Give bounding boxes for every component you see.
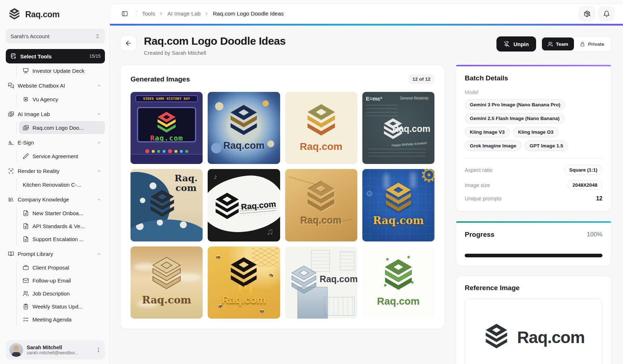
breadcrumb-current: Raq.com Logo Doodle Ideas xyxy=(213,10,283,17)
sidebar-item-vu-agency[interactable]: Vu Agency xyxy=(19,93,105,106)
topbar: Tools AI Image Lab Raq.com Logo Doodle I… xyxy=(110,4,623,24)
nav-sublist: Kitchen Renovation C-... xyxy=(16,178,105,191)
generated-image-great-wave[interactable]: Raq.com xyxy=(131,169,203,241)
topbar-divider xyxy=(136,10,136,17)
user-profile[interactable]: Sarah Mitchell sarah.mitchell@westbur... xyxy=(6,340,105,360)
brand[interactable]: Raq.com xyxy=(6,8,105,21)
logo-caption: Raq.com xyxy=(208,294,280,306)
nav-sublist: New Starter Onboa... API Standards & Ve.… xyxy=(16,207,105,245)
generated-image-music[interactable]: ♪ ♫ Raq.com ♫ xyxy=(208,169,280,241)
nav-label: Support Escalation ... xyxy=(32,236,84,242)
generated-image-topiary[interactable]: Raq.com xyxy=(362,247,434,319)
breadcrumb-tools[interactable]: Tools xyxy=(142,10,155,17)
sidebar-item-weekly-status-update[interactable]: Weekly Status Upd... xyxy=(19,300,105,313)
sidebar-item-raq-logo-doodle[interactable]: Raq.com Logo Doo... xyxy=(19,121,105,134)
sidebar: Raq.com Sarah's Account Select Tools 15/… xyxy=(0,0,110,364)
generated-image-chalkboard[interactable]: E=mc² General Relativity: Happy Birthday… xyxy=(362,92,434,164)
aspect-ratio-value: Square (1:1) xyxy=(564,165,602,175)
sidebar-item-company-knowledge[interactable]: Company Knowledge xyxy=(6,193,105,206)
model-tag[interactable]: Kling Image V3 xyxy=(465,127,510,137)
team-label: Team xyxy=(556,41,568,47)
nav-label: Vu Agency xyxy=(32,96,58,102)
generated-image-wooden[interactable]: Raq.com xyxy=(131,247,203,319)
visibility-team-option[interactable]: Team xyxy=(542,37,574,50)
account-switcher[interactable]: Sarah's Account xyxy=(6,29,105,43)
generated-image-arcade[interactable]: VIDEO GAME HISTORY DAY Raq.com xyxy=(131,92,203,164)
frame-icon xyxy=(23,96,29,102)
gear-icon: ⚙ xyxy=(420,169,434,187)
database-zap-icon xyxy=(10,53,17,59)
package-search-button[interactable] xyxy=(579,6,595,21)
logo-caption: Raq.com xyxy=(172,173,200,193)
model-tag[interactable]: Gemini 3 Pro Image (Nano Banana Pro) xyxy=(465,99,565,110)
sidebar-item-service-agreement[interactable]: Service Agreement xyxy=(19,150,105,163)
header-actions: Unpin Team Private xyxy=(496,36,611,52)
raq-stack-logo xyxy=(149,257,185,293)
mail-icon xyxy=(23,278,29,284)
bee-icon xyxy=(216,256,220,259)
sidebar-item-website-chatbox-ai[interactable]: Website Chatbox AI xyxy=(6,79,105,92)
user-name: Sarah Mitchell xyxy=(27,345,78,350)
signature-icon xyxy=(8,139,14,146)
nav-label: Investor Update Deck xyxy=(32,68,84,74)
sidebar-item-prompt-library[interactable]: Prompt Library xyxy=(6,247,105,260)
model-tag[interactable]: Grok Imagine Image xyxy=(465,141,521,151)
sidebar-item-support-escalation[interactable]: Support Escalation ... xyxy=(19,232,105,245)
back-button[interactable] xyxy=(120,35,137,52)
more-vertical-icon[interactable] xyxy=(96,347,101,353)
sidebar-item-investor-update-deck[interactable]: Investor Update Deck xyxy=(19,64,105,77)
brand-name: Raq.com xyxy=(25,10,59,19)
nav-label: AI Image Lab xyxy=(18,111,50,117)
sidebar-item-api-standards[interactable]: API Standards & Ve... xyxy=(19,219,105,232)
model-tag[interactable]: GPT Image 1.5 xyxy=(525,141,568,151)
nav-sublist: Service Agreement xyxy=(16,150,105,163)
panel-left-icon xyxy=(121,10,128,17)
breadcrumb-ai-image-lab[interactable]: AI Image Lab xyxy=(167,10,200,17)
nav-label: Raq.com Logo Doo... xyxy=(32,125,84,131)
sidebar-item-job-description[interactable]: Job Description xyxy=(19,287,105,300)
chevrons-up-down-icon xyxy=(95,34,100,39)
unpin-button[interactable]: Unpin xyxy=(496,36,536,52)
generated-image-honey[interactable]: Raq.com xyxy=(208,247,280,319)
aspect-ratio-label: Aspect ratio xyxy=(465,167,492,173)
progress-percent: 100% xyxy=(587,231,602,238)
sidebar-item-client-proposal[interactable]: Client Proposal xyxy=(19,261,105,274)
sidebar-item-new-starter-onboarding[interactable]: New Starter Onboa... xyxy=(19,207,105,219)
model-tag[interactable]: Kling Image O3 xyxy=(513,127,558,137)
sidebar-item-select-tools[interactable]: Select Tools 15/15 xyxy=(6,49,105,63)
generated-image-glass-blueprint[interactable]: Raq.com xyxy=(285,247,357,319)
bee-icon xyxy=(269,273,274,278)
model-tag[interactable]: Gemini 2.5 Flash Image (Nano Banana) xyxy=(465,113,565,124)
logo-caption: Raq.com xyxy=(131,134,203,142)
sidebar-item-meeting-agenda[interactable]: Meeting Agenda xyxy=(19,313,105,326)
reference-image[interactable]: Raq.com xyxy=(465,298,602,364)
generated-image-sandstone[interactable]: Raq.com xyxy=(285,169,357,241)
generated-image-steampunk[interactable]: ⚙ ⚙ Raq.com xyxy=(362,169,434,241)
chalk-heading: General Relativity: xyxy=(400,96,429,100)
nav-label: Weekly Status Upd... xyxy=(32,303,83,310)
nav-sublist: Raq.com Logo Doo... xyxy=(16,121,105,134)
logo-caption: Raq.com xyxy=(285,141,357,152)
reference-logo-text: Raq.com xyxy=(517,328,584,347)
raq-stack-logo xyxy=(382,182,415,215)
gallery-header: Generated Images 12 of 12 xyxy=(131,74,434,84)
generated-image-starry-night[interactable]: Raq.com xyxy=(208,92,280,164)
sidebar-item-render-to-reality[interactable]: Render to Reality xyxy=(6,164,105,177)
briefcase-icon xyxy=(23,265,29,271)
avatar xyxy=(9,343,23,357)
notifications-button[interactable] xyxy=(598,6,614,21)
sidebar-toggle-button[interactable] xyxy=(119,8,130,19)
sidebar-item-follow-up-email[interactable]: Follow-up Email xyxy=(19,274,105,287)
generated-image-earth-tone[interactable]: Raq.com xyxy=(285,92,357,164)
presentation-icon xyxy=(23,68,29,74)
nav-label: Website Chatbox AI xyxy=(18,83,65,89)
messages-icon xyxy=(8,83,14,89)
app-shell: Raq.com Sarah's Account Select Tools 15/… xyxy=(0,0,623,364)
sidebar-item-kitchen-renovation[interactable]: Kitchen Renovation C-... xyxy=(19,178,105,191)
sidebar-item-ai-image-lab[interactable]: AI Image Lab xyxy=(6,107,105,120)
visibility-private-option[interactable]: Private xyxy=(574,37,610,50)
main-panel: Tools AI Image Lab Raq.com Logo Doodle I… xyxy=(110,4,623,364)
sidebar-item-e-sign[interactable]: E-Sign xyxy=(6,136,105,149)
music-note-icon: ♫ xyxy=(266,226,274,237)
file-text-icon xyxy=(23,223,29,229)
